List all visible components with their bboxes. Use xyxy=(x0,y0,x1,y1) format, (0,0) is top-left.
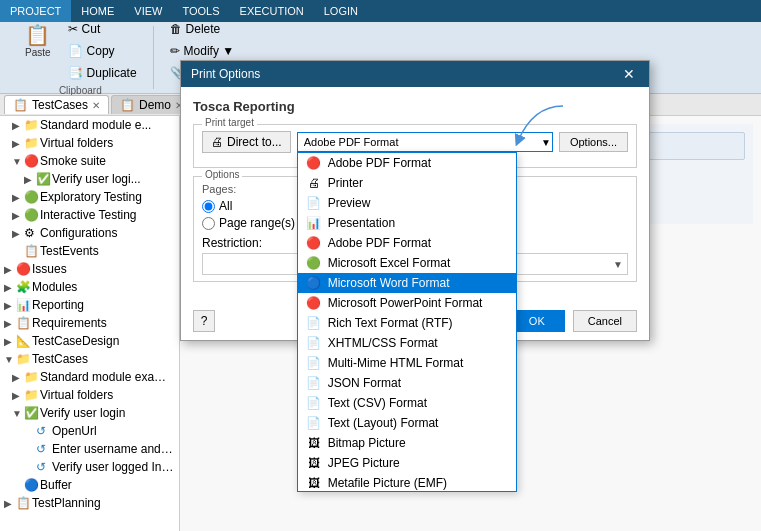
eu-icon: ↺ xyxy=(36,442,52,456)
sidebar-item-exploratory-testing[interactable]: ▶ 🟢 Exploratory Testing xyxy=(0,188,179,206)
sidebar-item-verify-logged-in[interactable]: ↺ Verify user logged In successfully xyxy=(0,458,179,476)
format-mime-html[interactable]: 📄 Multi-Mime HTML Format xyxy=(298,353,516,373)
format-jpeg[interactable]: 🖼 JPEG Picture xyxy=(298,453,516,473)
sidebar-item-testcases-root[interactable]: ▼ 📁 TestCases xyxy=(0,350,179,368)
restriction-dropdown-arrow: ▼ xyxy=(613,259,623,270)
duplicate-icon: 📑 xyxy=(68,66,83,80)
menu-login[interactable]: LOGIN xyxy=(314,0,368,22)
all-label: All xyxy=(219,199,232,213)
mime-icon: 📄 xyxy=(306,356,322,370)
sidebar-item-interactive-testing[interactable]: ▶ 🟢 Interactive Testing xyxy=(0,206,179,224)
sidebar-item-virtual-folders[interactable]: ▶ 📁 Virtual folders xyxy=(0,134,179,152)
format-excel[interactable]: 🟢 Microsoft Excel Format xyxy=(298,253,516,273)
arrow-vl2: ▼ xyxy=(12,408,24,419)
emf-icon: 🖼 xyxy=(306,476,322,490)
url-icon: ↺ xyxy=(36,424,52,438)
format-adobe-pdf-2[interactable]: 🔴 Adobe PDF Format xyxy=(298,233,516,253)
label-reporting: Reporting xyxy=(32,298,175,312)
print-target-row: 🖨 Direct to... Adobe PDF Format ▼ 🔴 Adob… xyxy=(202,131,628,153)
sidebar-item-configurations[interactable]: ▶ ⚙ Configurations xyxy=(0,224,179,242)
sidebar-item-buffer[interactable]: 🔵 Buffer xyxy=(0,476,179,494)
sidebar-item-verify-user-login[interactable]: ▶ ✅ Verify user logi... xyxy=(0,170,179,188)
arrow-tcd: ▶ xyxy=(4,336,16,347)
sidebar-item-smoke-suite[interactable]: ▼ 🔴 Smoke suite xyxy=(0,152,179,170)
modify-icon: ✏ xyxy=(170,44,180,58)
req-icon: 📋 xyxy=(16,316,32,330)
page-range-radio[interactable] xyxy=(202,217,215,230)
sidebar-item-virtual-folders-2[interactable]: ▶ 📁 Virtual folders xyxy=(0,386,179,404)
sidebar-item-tcd[interactable]: ▶ 📐 TestCaseDesign xyxy=(0,332,179,350)
adobe-icon: 🔴 xyxy=(306,156,322,170)
all-radio[interactable] xyxy=(202,200,215,213)
cut-button[interactable]: ✂ Cut xyxy=(62,19,143,39)
sidebar-item-modules[interactable]: ▶ 🧩 Modules xyxy=(0,278,179,296)
label-smoke-suite: Smoke suite xyxy=(40,154,175,168)
tab-testcases[interactable]: 📋 TestCases ✕ xyxy=(4,95,109,114)
sidebar-item-enter-username[interactable]: ↺ Enter username and password xyxy=(0,440,179,458)
direct-icon: 🖨 xyxy=(211,135,223,149)
dialog-close-button[interactable]: ✕ xyxy=(619,66,639,82)
txt-icon: 📄 xyxy=(306,416,322,430)
format-adobe-pdf-1[interactable]: 🔴 Adobe PDF Format xyxy=(298,153,516,173)
cancel-button[interactable]: Cancel xyxy=(573,310,637,332)
format-label: Printer xyxy=(328,176,363,190)
direct-to-button[interactable]: 🖨 Direct to... xyxy=(202,131,291,153)
label-requirements: Requirements xyxy=(32,316,175,330)
adobe-icon2: 🔴 xyxy=(306,236,322,250)
format-preview[interactable]: 📄 Preview xyxy=(298,193,516,213)
format-printer[interactable]: 🖨 Printer xyxy=(298,173,516,193)
tab-testcases-close[interactable]: ✕ xyxy=(92,100,100,111)
format-label: Text (CSV) Format xyxy=(328,396,427,410)
arrow-modules: ▶ xyxy=(4,282,16,293)
label-testcases-root: TestCases xyxy=(32,352,175,366)
format-csv[interactable]: 📄 Text (CSV) Format xyxy=(298,393,516,413)
tab-testcases-label: TestCases xyxy=(32,98,88,112)
format-word[interactable]: 🔵 Microsoft Word Format xyxy=(298,273,516,293)
format-ppt[interactable]: 🔴 Microsoft PowerPoint Format xyxy=(298,293,516,313)
word-icon: 🔵 xyxy=(306,276,322,290)
format-emf[interactable]: 🖼 Metafile Picture (EMF) xyxy=(298,473,516,492)
arrow-requirements: ▶ xyxy=(4,318,16,329)
format-label: JSON Format xyxy=(328,376,401,390)
format-rtf[interactable]: 📄 Rich Text Format (RTF) xyxy=(298,313,516,333)
folder-icon: 📁 xyxy=(24,136,40,150)
tp-icon: 📋 xyxy=(16,496,32,510)
sidebar-item-std-module-ex[interactable]: ▶ 📁 Standard module examples xyxy=(0,368,179,386)
sidebar-item-standard-module[interactable]: ▶ 📁 Standard module e... xyxy=(0,116,179,134)
paste-icon: 📋 xyxy=(25,23,50,47)
delete-icon: 🗑 xyxy=(170,22,182,36)
info-button[interactable]: ? xyxy=(193,310,215,332)
label-configurations: Configurations xyxy=(40,226,175,240)
tab-testcases-icon: 📋 xyxy=(13,98,28,112)
dialog-title: Print Options xyxy=(191,67,260,81)
sidebar-item-verify-login-2[interactable]: ▼ ✅ Verify user login xyxy=(0,404,179,422)
duplicate-button[interactable]: 📑 Duplicate xyxy=(62,63,143,83)
format-json[interactable]: 📄 JSON Format xyxy=(298,373,516,393)
sidebar-item-requirements[interactable]: ▶ 📋 Requirements xyxy=(0,314,179,332)
jpeg-icon: 🖼 xyxy=(306,456,322,470)
copy-button[interactable]: 📄 Copy xyxy=(62,41,143,61)
sidebar-item-open-url[interactable]: ↺ OpenUrl xyxy=(0,422,179,440)
preview-icon: 📄 xyxy=(306,196,322,210)
format-xhtml[interactable]: 📄 XHTML/CSS Format xyxy=(298,333,516,353)
label-std-ex: Standard module examples xyxy=(40,370,175,384)
printer-icon: 🖨 xyxy=(306,176,322,190)
reporting-icon: 📊 xyxy=(16,298,32,312)
ok-button[interactable]: OK xyxy=(509,310,565,332)
format-label: Microsoft PowerPoint Format xyxy=(328,296,483,310)
delete-label: Delete xyxy=(186,22,221,36)
sidebar-item-test-planning[interactable]: ▶ 📋 TestPlanning xyxy=(0,494,179,512)
delete-button[interactable]: 🗑 Delete xyxy=(164,19,252,39)
sidebar-item-reporting[interactable]: ▶ 📊 Reporting xyxy=(0,296,179,314)
format-label: Preview xyxy=(328,196,371,210)
format-text-layout[interactable]: 📄 Text (Layout) Format xyxy=(298,413,516,433)
pres-icon: 📊 xyxy=(306,216,322,230)
format-dropdown-list[interactable]: 🔴 Adobe PDF Format 🖨 Printer 📄 Preview xyxy=(297,152,517,492)
sidebar-item-test-events[interactable]: 📋 TestEvents xyxy=(0,242,179,260)
format-bitmap[interactable]: 🖼 Bitmap Picture xyxy=(298,433,516,453)
sidebar-item-issues[interactable]: ▶ 🔴 Issues xyxy=(0,260,179,278)
paste-button[interactable]: 📋 Paste xyxy=(18,19,58,83)
print-options-dialog: Print Options ✕ Tosca Reporting Print ta… xyxy=(180,60,650,341)
modify-button[interactable]: ✏ Modify ▼ xyxy=(164,41,252,61)
format-presentation[interactable]: 📊 Presentation xyxy=(298,213,516,233)
